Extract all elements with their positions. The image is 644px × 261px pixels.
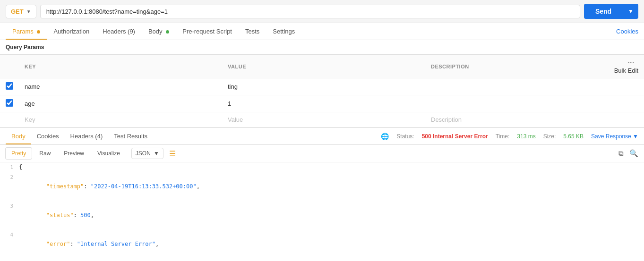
method-label: GET: [11, 8, 24, 15]
row2-actions-cell: [606, 95, 644, 112]
row2-value-cell: 1: [222, 95, 425, 112]
resp-tab-test-results-label: Test Results: [114, 133, 147, 140]
row1-check-cell: [0, 78, 19, 95]
tab-authorization[interactable]: Authorization: [47, 23, 96, 40]
json-key-timestamp: "timestamp": [46, 183, 84, 190]
col-header-actions: ··· Bulk Edit: [606, 55, 644, 78]
row3-value-cell: Value: [222, 112, 425, 127]
col-header-value: VALUE: [222, 55, 425, 78]
tab-tests-label: Tests: [245, 28, 259, 35]
line-content-5: "trace": "javax.validation.ConstraintVio…: [19, 259, 640, 261]
resp-tab-body[interactable]: Body: [6, 128, 31, 144]
json-line-1: 1 {: [0, 162, 644, 172]
search-icon[interactable]: 🔍: [629, 149, 638, 158]
format-tab-pretty[interactable]: Pretty: [6, 148, 32, 159]
row1-key: name: [25, 83, 40, 90]
tab-settings[interactable]: Settings: [266, 23, 301, 40]
resp-tab-body-label: Body: [11, 133, 26, 140]
resp-tab-cookies[interactable]: Cookies: [31, 128, 65, 144]
format-tab-raw[interactable]: Raw: [34, 148, 56, 159]
line-num-4: 4: [4, 230, 19, 240]
col-header-key: KEY: [19, 55, 222, 78]
row1-checkbox[interactable]: [6, 82, 13, 90]
row2-desc-cell: [425, 95, 606, 112]
row2-check-cell: [0, 95, 19, 112]
tab-settings-label: Settings: [273, 28, 295, 35]
method-select[interactable]: GET ▼: [6, 5, 36, 18]
row3-value-placeholder: Value: [228, 116, 243, 123]
resp-tab-headers-label: Headers (4): [70, 133, 103, 140]
tab-params[interactable]: Params: [6, 23, 47, 40]
row3-key-placeholder: Key: [25, 116, 35, 123]
json-key-error: "error": [46, 241, 70, 247]
table-row: Key Value Description: [0, 112, 644, 127]
row3-actions-cell: [606, 112, 644, 127]
response-tabs: Body Cookies Headers (4) Test Results 🌐 …: [0, 127, 644, 145]
col-header-check: [0, 55, 19, 78]
format-type-label: JSON: [136, 150, 151, 157]
json-value-timestamp: "2022-04-19T16:13:33.532+00:00": [91, 183, 197, 190]
url-bar: GET ▼ Send ▼: [0, 0, 644, 23]
cookies-link[interactable]: Cookies: [616, 28, 638, 35]
resp-tab-headers[interactable]: Headers (4): [65, 128, 109, 144]
save-response-button[interactable]: Save Response ▼: [591, 133, 638, 140]
format-type-select[interactable]: JSON ▼: [131, 148, 163, 159]
row3-key-cell: Key: [19, 112, 222, 127]
line-content-3: "status": 500,: [19, 201, 640, 230]
status-label: Status:: [396, 133, 414, 140]
filter-icon[interactable]: ☰: [169, 149, 176, 158]
status-value: 500 Internal Server Error: [422, 133, 488, 140]
params-dot: [37, 30, 40, 34]
json-value-error: "Internal Server Error": [77, 241, 155, 247]
tab-pre-request[interactable]: Pre-request Script: [176, 23, 239, 40]
body-dot: [166, 30, 169, 34]
json-line-3: 3 "status": 500,: [0, 201, 644, 230]
line-content-4: "error": "Internal Server Error",: [19, 230, 640, 259]
row2-key-cell: age: [19, 95, 222, 112]
tab-tests[interactable]: Tests: [239, 23, 266, 40]
row1-value-cell: ting: [222, 78, 425, 95]
line-content-1: {: [19, 162, 640, 172]
line-num-2: 2: [4, 172, 19, 182]
query-params-section: Query Params: [0, 40, 644, 55]
copy-icon[interactable]: ⧉: [618, 149, 624, 158]
resp-tab-test-results[interactable]: Test Results: [108, 128, 153, 144]
row3-desc-placeholder: Description: [431, 116, 462, 123]
json-line-4: 4 "error": "Internal Server Error",: [0, 230, 644, 259]
tab-authorization-label: Authorization: [53, 28, 89, 35]
line-num-5: 5: [4, 259, 19, 261]
more-icon[interactable]: ···: [627, 59, 635, 67]
tab-body[interactable]: Body: [142, 23, 176, 40]
row3-desc-cell: Description: [425, 112, 606, 127]
line-content-2: "timestamp": "2022-04-19T16:13:33.532+00…: [19, 172, 640, 201]
send-button-group: Send ▼: [584, 4, 638, 19]
response-body: 1 { 2 "timestamp": "2022-04-19T16:13:33.…: [0, 162, 644, 261]
tab-headers[interactable]: Headers (9): [96, 23, 142, 40]
chevron-down-icon: ▼: [26, 9, 31, 14]
line-num-3: 3: [4, 201, 19, 211]
json-value-status: 500: [80, 212, 91, 219]
row2-key: age: [25, 100, 35, 107]
resp-tab-cookies-label: Cookies: [37, 133, 59, 140]
send-dropdown-button[interactable]: ▼: [623, 4, 638, 19]
row2-checkbox[interactable]: [6, 99, 13, 107]
row1-value: ting: [228, 83, 238, 90]
table-row: age 1: [0, 95, 644, 112]
row1-actions-cell: [606, 78, 644, 95]
json-line-5: 5 "trace": "javax.validation.ConstraintV…: [0, 259, 644, 261]
json-key-status: "status": [46, 212, 74, 219]
tab-body-label: Body: [148, 28, 163, 35]
table-row: name ting: [0, 78, 644, 95]
chevron-down-icon: ▼: [154, 150, 159, 157]
params-table: KEY VALUE DESCRIPTION ··· Bulk Edit name…: [0, 55, 644, 127]
bulk-edit-button[interactable]: Bulk Edit: [614, 67, 638, 74]
format-tab-visualize[interactable]: Visualize: [92, 148, 126, 159]
format-tab-preview[interactable]: Preview: [58, 148, 90, 159]
table-header-row: KEY VALUE DESCRIPTION ··· Bulk Edit: [0, 55, 644, 78]
response-status-area: 🌐 Status: 500 Internal Server Error Time…: [381, 133, 638, 140]
row2-value: 1: [228, 100, 231, 107]
request-tabs: Params Authorization Headers (9) Body Pr…: [0, 23, 644, 40]
tab-headers-label: Headers (9): [103, 28, 135, 35]
url-input[interactable]: [40, 5, 580, 18]
send-button[interactable]: Send: [584, 4, 623, 19]
